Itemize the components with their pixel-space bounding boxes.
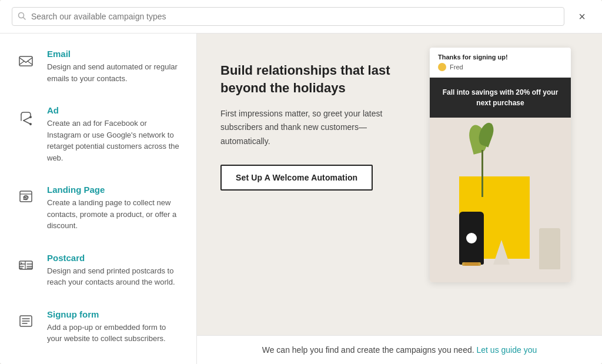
search-icon: [18, 12, 26, 22]
modal-container: × Email Design and send automated or reg…: [0, 0, 602, 364]
sidebar-desc-signup-form: Add a pop-up or embedded form to your we…: [47, 322, 182, 345]
ad-icon: [14, 105, 38, 129]
landing-page-icon: [14, 185, 38, 208]
svg-point-4: [30, 123, 31, 125]
email-banner: Fall into savings with 20% off your next…: [430, 78, 571, 118]
sidebar: Email Design and send automated or regul…: [0, 34, 197, 364]
sidebar-desc-email: Design and send automated or regular ema…: [47, 61, 182, 84]
search-wrap: [12, 7, 564, 26]
avatar-dot: [438, 63, 446, 71]
email-preview-header: Thanks for signing up! Fred: [430, 48, 571, 78]
svg-rect-2: [19, 56, 32, 66]
footer-bar: We can help you find and create the camp…: [197, 335, 602, 364]
sidebar-item-email[interactable]: Email Design and send automated or regul…: [0, 38, 196, 95]
sidebar-text-postcard: Postcard Design and send printed postcar…: [47, 253, 182, 288]
footer-text: We can help you find and create the camp…: [262, 345, 474, 355]
promo-body: First impressions matter, so greet your …: [220, 107, 397, 148]
modal-header: ×: [0, 0, 602, 34]
sidebar-desc-ad: Create an ad for Facebook or Instagram o…: [47, 118, 182, 163]
signup-form-icon: [14, 309, 38, 333]
sidebar-desc-landing-page: Create a landing page to collect new con…: [47, 197, 182, 232]
email-preview-card: Thanks for signing up! Fred Fall into sa…: [430, 48, 571, 282]
sidebar-item-signup-form[interactable]: Signup form Add a pop-up or embedded for…: [0, 299, 196, 355]
svg-line-1: [24, 17, 26, 19]
cta-button[interactable]: Set Up A Welcome Automation: [220, 165, 373, 191]
sidebar-title-email: Email: [47, 49, 182, 59]
promo-image-area: Thanks for signing up! Fred Fall into sa…: [420, 34, 602, 335]
sidebar-desc-postcard: Design and send printed postcards to rea…: [47, 265, 182, 288]
email-from-row: Fred: [438, 63, 563, 71]
sidebar-item-postcard[interactable]: Postcard Design and send printed postcar…: [0, 242, 196, 299]
from-name: Fred: [450, 64, 463, 71]
sidebar-text-email: Email Design and send automated or regul…: [47, 49, 182, 84]
sidebar-title-signup-form: Signup form: [47, 309, 182, 319]
product-image: [430, 118, 571, 282]
sidebar-title-ad: Ad: [47, 105, 182, 115]
search-input[interactable]: [12, 7, 564, 26]
promo-heading: Build relationships that last beyond the…: [220, 62, 397, 96]
main-content: Build relationships that last beyond the…: [197, 34, 602, 364]
email-subject: Thanks for signing up!: [438, 54, 563, 61]
svg-rect-5: [20, 191, 32, 202]
footer-link[interactable]: Let us guide you: [477, 345, 537, 355]
email-icon: [14, 49, 38, 72]
promo-text-block: Build relationships that last beyond the…: [197, 34, 420, 335]
sidebar-title-postcard: Postcard: [47, 253, 182, 263]
sidebar-title-landing-page: Landing Page: [47, 185, 182, 195]
sidebar-text-ad: Ad Create an ad for Facebook or Instagra…: [47, 105, 182, 163]
sidebar-item-landing-page[interactable]: Landing Page Create a landing page to co…: [0, 174, 196, 242]
svg-point-3: [30, 116, 31, 118]
sidebar-item-ad[interactable]: Ad Create an ad for Facebook or Instagra…: [0, 95, 196, 174]
close-button[interactable]: ×: [574, 8, 590, 25]
postcard-icon: [14, 253, 38, 276]
sidebar-text-signup-form: Signup form Add a pop-up or embedded for…: [47, 309, 182, 345]
sidebar-text-landing-page: Landing Page Create a landing page to co…: [47, 185, 182, 232]
promo-area: Build relationships that last beyond the…: [197, 34, 602, 335]
modal-body: Email Design and send automated or regul…: [0, 34, 602, 364]
